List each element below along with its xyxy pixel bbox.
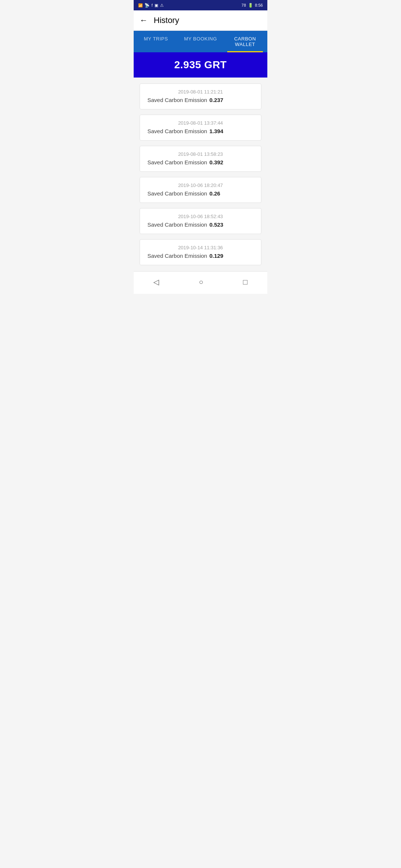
transaction-label: Saved Carbon Emission bbox=[147, 97, 207, 103]
transaction-label: Saved Carbon Emission bbox=[147, 128, 207, 134]
transaction-date: 2019-10-14 11:31:36 bbox=[147, 245, 254, 250]
signal-icon: 📶 bbox=[138, 3, 143, 7]
tab-bar: MY TRIPS MY BOOKING CARBONWALLET bbox=[134, 31, 267, 52]
battery-icon: 🔋 bbox=[248, 3, 253, 8]
transaction-date: 2019-08-01 13:37:44 bbox=[147, 120, 254, 126]
wifi-icon: 📡 bbox=[144, 3, 150, 8]
transaction-card[interactable]: 2019-08-01 11:21:21Saved Carbon Emission… bbox=[140, 83, 261, 109]
balance-amount: 2.935 GRT bbox=[174, 59, 226, 70]
transaction-value: 0.237 bbox=[209, 97, 224, 103]
transaction-date: 2019-10-06 18:20:47 bbox=[147, 183, 254, 188]
transaction-value: 0.129 bbox=[209, 253, 224, 259]
transaction-description: Saved Carbon Emission0.523 bbox=[147, 221, 254, 228]
tab-carbon-wallet[interactable]: CARBONWALLET bbox=[223, 31, 267, 52]
transaction-description: Saved Carbon Emission0.237 bbox=[147, 97, 254, 103]
screen-icon: ▣ bbox=[154, 3, 158, 8]
transaction-description: Saved Carbon Emission0.26 bbox=[147, 190, 254, 197]
facebook-icon: f bbox=[151, 3, 153, 7]
battery-level: 78 bbox=[241, 3, 246, 7]
status-bar: 📶 📡 f ▣ ⚠ 78 🔋 8:56 bbox=[134, 0, 267, 10]
transactions-list: 2019-08-01 11:21:21Saved Carbon Emission… bbox=[134, 78, 267, 271]
transaction-value: 0.26 bbox=[209, 190, 220, 197]
transaction-card[interactable]: 2019-10-14 11:31:36Saved Carbon Emission… bbox=[140, 239, 261, 265]
transaction-value: 1.394 bbox=[209, 128, 224, 134]
transaction-label: Saved Carbon Emission bbox=[147, 221, 207, 228]
tab-my-trips[interactable]: MY TRIPS bbox=[134, 31, 178, 52]
transaction-card[interactable]: 2019-08-01 13:58:23Saved Carbon Emission… bbox=[140, 146, 261, 172]
transaction-label: Saved Carbon Emission bbox=[147, 190, 207, 197]
nav-back-button[interactable]: ◁ bbox=[146, 275, 166, 289]
transaction-card[interactable]: 2019-08-01 13:37:44Saved Carbon Emission… bbox=[140, 115, 261, 141]
transaction-value: 0.523 bbox=[209, 221, 224, 228]
warning-icon: ⚠ bbox=[160, 3, 164, 8]
nav-recent-button[interactable]: □ bbox=[235, 276, 255, 289]
transaction-value: 0.392 bbox=[209, 159, 224, 165]
transaction-date: 2019-08-01 13:58:23 bbox=[147, 151, 254, 157]
transaction-date: 2019-10-06 18:52:43 bbox=[147, 214, 254, 219]
nav-home-button[interactable]: ○ bbox=[191, 276, 211, 289]
page-title: History bbox=[154, 16, 179, 25]
transaction-description: Saved Carbon Emission1.394 bbox=[147, 128, 254, 134]
tab-my-booking[interactable]: MY BOOKING bbox=[178, 31, 223, 52]
transaction-label: Saved Carbon Emission bbox=[147, 159, 207, 165]
transaction-date: 2019-08-01 11:21:21 bbox=[147, 89, 254, 95]
bottom-nav: ◁ ○ □ bbox=[134, 271, 267, 294]
back-button[interactable]: ← bbox=[140, 16, 148, 25]
balance-bar: 2.935 GRT bbox=[134, 52, 267, 78]
transaction-card[interactable]: 2019-10-06 18:52:43Saved Carbon Emission… bbox=[140, 208, 261, 234]
time: 8:56 bbox=[255, 3, 263, 7]
transaction-label: Saved Carbon Emission bbox=[147, 253, 207, 259]
status-icons-right: 78 🔋 8:56 bbox=[241, 3, 263, 8]
transaction-description: Saved Carbon Emission0.392 bbox=[147, 159, 254, 165]
transaction-description: Saved Carbon Emission0.129 bbox=[147, 253, 254, 259]
header: ← History bbox=[134, 10, 267, 31]
transaction-card[interactable]: 2019-10-06 18:20:47Saved Carbon Emission… bbox=[140, 177, 261, 203]
status-icons-left: 📶 📡 f ▣ ⚠ bbox=[138, 3, 164, 8]
